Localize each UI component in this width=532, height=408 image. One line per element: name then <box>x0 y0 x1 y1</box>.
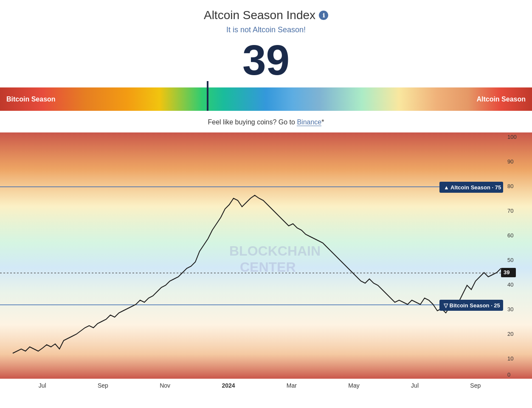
svg-text:39: 39 <box>504 269 509 276</box>
svg-text:BLOCKCHAIN: BLOCKCHAIN <box>229 243 321 259</box>
current-value: 39 <box>0 39 532 81</box>
y-label-30: 30 <box>507 306 513 312</box>
x-label-2024: 2024 <box>222 382 235 389</box>
binance-text-before: Feel like buying coins? Go to <box>208 118 297 126</box>
subtitle: It is not Altcoin Season! <box>0 25 532 34</box>
y-label-0: 0 <box>507 371 510 378</box>
title-text: Altcoin Season Index <box>204 8 315 22</box>
y-label-60: 60 <box>507 232 513 239</box>
page-title: Altcoin Season Index ℹ <box>0 8 532 22</box>
y-label-20: 20 <box>507 331 513 337</box>
gauge-labels: Bitcoin Season Altcoin Season <box>0 87 532 111</box>
y-label-80: 80 <box>507 183 513 189</box>
x-label-mar: Mar <box>287 382 297 389</box>
gauge-bar: Bitcoin Season Altcoin Season <box>0 87 532 111</box>
binance-suffix: * <box>321 118 324 126</box>
x-label-nov: Nov <box>160 382 170 389</box>
x-label-may: May <box>348 382 359 389</box>
svg-text:CENTER: CENTER <box>240 259 296 275</box>
y-label-50: 50 <box>507 257 513 263</box>
x-label-jul2: Jul <box>411 382 419 389</box>
y-label-90: 90 <box>507 158 513 165</box>
y-label-100: 100 <box>507 134 517 140</box>
svg-text:▽ Bitcoin Season · 25: ▽ Bitcoin Season · 25 <box>443 302 500 309</box>
binance-link[interactable]: Binance <box>297 118 321 126</box>
y-label-10: 10 <box>507 355 513 362</box>
gauge-container: Bitcoin Season Altcoin Season <box>0 87 532 111</box>
header-section: Altcoin Season Index ℹ It is not Altcoin… <box>0 0 532 87</box>
x-label-jul1: Jul <box>39 382 46 389</box>
binance-section: Feel like buying coins? Go to Binance* <box>0 111 532 130</box>
y-label-70: 70 <box>507 208 513 214</box>
x-label-sep1: Sep <box>98 382 108 389</box>
info-icon[interactable]: ℹ <box>319 11 328 20</box>
gauge-needle <box>207 81 208 111</box>
x-label-sep2: Sep <box>470 382 481 389</box>
gauge-label-left: Bitcoin Season <box>6 96 56 103</box>
gauge-label-right: Altcoin Season <box>476 96 526 103</box>
y-label-40: 40 <box>507 281 513 288</box>
svg-text:▲ Altcoin Season · 75: ▲ Altcoin Season · 75 <box>444 184 501 191</box>
chart-section: 100 90 80 70 60 50 40 30 20 10 0 ▲ Altco… <box>0 132 532 379</box>
x-axis: Jul Sep Nov 2024 Mar May Jul Sep <box>0 379 532 389</box>
chart-svg: 100 90 80 70 60 50 40 30 20 10 0 ▲ Altco… <box>0 132 532 379</box>
